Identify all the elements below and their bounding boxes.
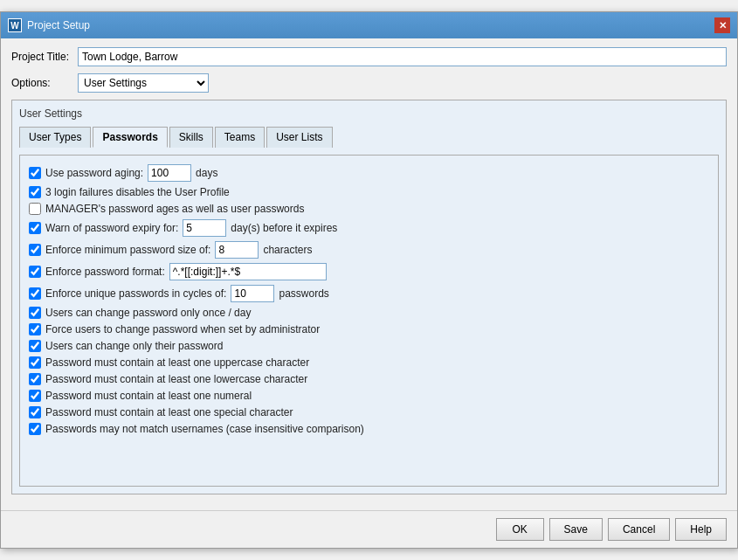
checkbox-row-5: Enforce minimum password size of: charac… xyxy=(29,241,709,259)
min-password-size-label-after: characters xyxy=(263,244,312,256)
checkbox-row-8: Users can change password only once / da… xyxy=(29,307,709,319)
change-own-only-label: Users can change only their password xyxy=(45,340,223,352)
close-button[interactable]: ✕ xyxy=(714,17,730,33)
manager-password-checkbox[interactable] xyxy=(29,203,41,215)
lowercase-checkbox[interactable] xyxy=(29,373,41,385)
warn-expiry-label-after: day(s) before it expires xyxy=(231,222,337,234)
numeral-checkbox[interactable] xyxy=(29,390,41,402)
checkbox-row-12: Password must contain at least one lower… xyxy=(29,373,709,385)
tabs-container: User Types Passwords Skills Teams User L… xyxy=(19,127,719,148)
unique-passwords-label-after: passwords xyxy=(279,287,328,300)
numeral-label: Password must contain at least one numer… xyxy=(45,390,252,402)
checkbox-row-6: Enforce password format: xyxy=(29,263,709,280)
checkbox-row-13: Password must contain at least one numer… xyxy=(29,390,709,402)
checkbox-row-7: Enforce unique passwords in cycles of: p… xyxy=(29,285,709,302)
main-window: W Project Setup ✕ Project Title: Options… xyxy=(0,11,738,549)
user-settings-group: User Settings User Types Passwords Skill… xyxy=(11,100,727,494)
tab-skills[interactable]: Skills xyxy=(169,127,213,148)
ok-button[interactable]: OK xyxy=(496,518,544,541)
change-own-only-checkbox[interactable] xyxy=(29,340,41,352)
options-select[interactable]: User Settings xyxy=(78,73,209,93)
uppercase-label: Password must contain at least one upper… xyxy=(45,356,309,369)
checkbox-row-4: Warn of password expiry for: day(s) befo… xyxy=(29,219,709,237)
project-title-input[interactable] xyxy=(78,47,727,66)
tab-user-lists[interactable]: User Lists xyxy=(266,127,332,148)
checkbox-row-1: Use password aging: days xyxy=(29,164,709,182)
no-username-match-label: Passwords may not match usernames (case … xyxy=(45,423,364,435)
cancel-button[interactable]: Cancel xyxy=(608,518,670,541)
options-row: Options: User Settings xyxy=(11,73,727,93)
help-button[interactable]: Help xyxy=(675,518,727,541)
min-password-size-input[interactable] xyxy=(215,241,259,259)
change-once-day-checkbox[interactable] xyxy=(29,307,41,319)
title-bar: W Project Setup ✕ xyxy=(1,12,737,38)
warn-expiry-checkbox[interactable] xyxy=(29,222,41,234)
special-char-label: Password must contain at least one speci… xyxy=(45,406,293,418)
change-once-day-label: Users can change password only once / da… xyxy=(45,307,251,319)
password-format-label-before: Enforce password format: xyxy=(45,266,165,278)
force-change-label: Force users to change password when set … xyxy=(45,323,320,335)
unique-passwords-checkbox[interactable] xyxy=(29,287,41,300)
group-title: User Settings xyxy=(19,107,719,120)
save-button[interactable]: Save xyxy=(549,518,603,541)
project-title-label: Project Title: xyxy=(11,51,72,63)
checkbox-row-3: MANAGER's password ages as well as user … xyxy=(29,203,709,215)
settings-area: Use password aging: days 3 login failure… xyxy=(19,155,719,487)
footer: OK Save Cancel Help xyxy=(1,510,737,548)
window-body: Project Title: Options: User Settings Us… xyxy=(1,38,737,510)
no-username-match-checkbox[interactable] xyxy=(29,423,41,435)
password-aging-days-input[interactable] xyxy=(148,164,191,182)
unique-passwords-label-before: Enforce unique passwords in cycles of: xyxy=(45,287,226,300)
password-format-input[interactable] xyxy=(169,263,327,280)
min-password-size-label-before: Enforce minimum password size of: xyxy=(45,244,210,256)
login-failures-checkbox[interactable] xyxy=(29,186,41,198)
force-change-checkbox[interactable] xyxy=(29,323,41,335)
options-label: Options: xyxy=(11,77,72,89)
checkbox-row-2: 3 login failures disables the User Profi… xyxy=(29,186,709,198)
checkbox-row-10: Users can change only their password xyxy=(29,340,709,352)
use-password-aging-checkbox[interactable] xyxy=(29,167,41,179)
warn-expiry-label-before: Warn of password expiry for: xyxy=(45,222,178,234)
unique-passwords-cycles-input[interactable] xyxy=(231,285,274,302)
use-password-aging-label-after: days xyxy=(196,167,217,179)
password-format-checkbox[interactable] xyxy=(29,266,41,278)
tab-passwords[interactable]: Passwords xyxy=(93,127,167,148)
title-bar-left: W Project Setup xyxy=(8,18,90,32)
app-icon: W xyxy=(8,18,22,32)
uppercase-checkbox[interactable] xyxy=(29,356,41,369)
min-password-size-checkbox[interactable] xyxy=(29,244,41,256)
window-title: Project Setup xyxy=(27,19,90,31)
checkbox-row-11: Password must contain at least one upper… xyxy=(29,356,709,369)
lowercase-label: Password must contain at least one lower… xyxy=(45,373,307,385)
checkbox-row-9: Force users to change password when set … xyxy=(29,323,709,335)
warn-expiry-days-input[interactable] xyxy=(183,219,226,237)
checkbox-row-14: Password must contain at least one speci… xyxy=(29,406,709,418)
checkbox-row-15: Passwords may not match usernames (case … xyxy=(29,423,709,435)
special-char-checkbox[interactable] xyxy=(29,406,41,418)
tab-user-types[interactable]: User Types xyxy=(19,127,91,148)
use-password-aging-label-before: Use password aging: xyxy=(45,167,143,179)
project-title-row: Project Title: xyxy=(11,47,727,66)
manager-password-label: MANAGER's password ages as well as user … xyxy=(45,203,304,215)
login-failures-label: 3 login failures disables the User Profi… xyxy=(45,186,230,198)
tab-teams[interactable]: Teams xyxy=(215,127,265,148)
